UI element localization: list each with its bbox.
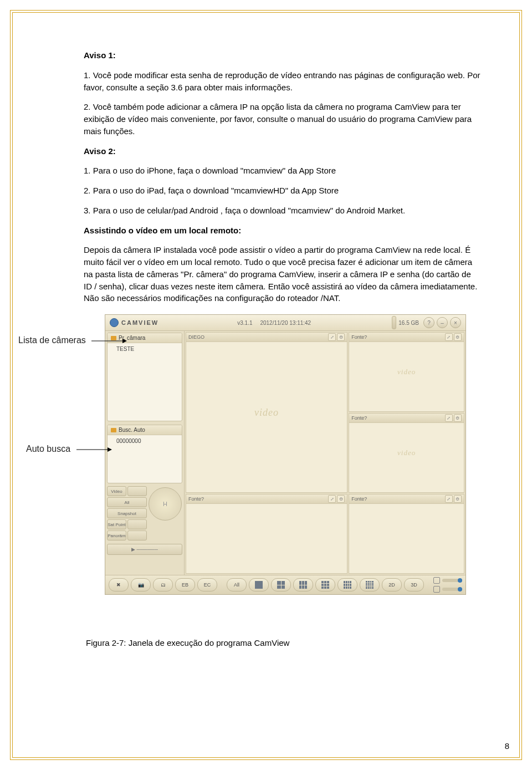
- app-brand: CAMVIEW: [121, 319, 158, 326]
- svg-marker-3: [108, 447, 112, 452]
- video-grid: DIEGO ⤢⚙ video Fonte? ⤢⚙ video: [185, 331, 466, 575]
- tile-settings-icon[interactable]: ⚙: [454, 495, 462, 503]
- eb-button[interactable]: EB: [175, 578, 195, 591]
- figure-wrap: Lista de câmeras Auto busca CAMVIEW: [60, 314, 480, 647]
- app-datetime: 2012/11/20 13:11:42: [260, 320, 311, 326]
- page-number: 8: [505, 741, 509, 751]
- arrow-icon: [76, 447, 112, 452]
- camera-tree-item[interactable]: TESTE: [116, 345, 178, 353]
- video-tile[interactable]: Fonte? ⤢⚙ video: [349, 332, 464, 412]
- tile-expand-icon[interactable]: ⤢: [328, 333, 336, 341]
- logo-icon: [110, 318, 119, 327]
- playbar[interactable]: ▶ ──────: [107, 544, 182, 555]
- tile-expand-icon[interactable]: ⤢: [445, 495, 453, 503]
- watermark: video: [254, 407, 279, 419]
- view-2d-button[interactable]: 2D: [382, 578, 402, 591]
- help-button[interactable]: ?: [423, 317, 434, 328]
- cameras-panel: Pr. câmara TESTE: [107, 333, 182, 421]
- tile-title: Fonte?: [188, 496, 204, 502]
- arrow-icon: [91, 338, 127, 344]
- folder-icon: [111, 428, 116, 432]
- sidebar: Pr. câmara TESTE Busc. Auto: [105, 331, 185, 575]
- dpad-control[interactable]: [149, 487, 182, 521]
- tile-expand-icon[interactable]: ⤢: [445, 414, 453, 422]
- search-tree-item[interactable]: 00000000: [116, 437, 178, 445]
- aviso1-heading: Aviso 1:: [84, 49, 480, 62]
- tile-expand-icon[interactable]: ⤢: [328, 495, 336, 503]
- autosearch-panel-header[interactable]: Busc. Auto: [108, 425, 182, 435]
- layout-all-button[interactable]: All: [227, 578, 247, 591]
- aviso2-item1: 1. Para o uso do iPhone, faça o download…: [84, 165, 480, 177]
- mini-btn[interactable]: [127, 531, 147, 540]
- video-tile[interactable]: Fonte? ⤢⚙: [186, 494, 347, 574]
- app-version: v3.1.1: [237, 320, 252, 326]
- all-button[interactable]: All: [107, 497, 147, 507]
- tile-expand-icon[interactable]: ⤢: [445, 333, 453, 341]
- tile-settings-icon[interactable]: ⚙: [337, 495, 345, 503]
- aviso2-heading: Aviso 2:: [84, 145, 480, 157]
- video-tile[interactable]: Fonte? ⤢⚙ video: [349, 413, 464, 493]
- satpoint-button[interactable]: Sat Point: [107, 519, 126, 529]
- tool-button[interactable]: 📷: [131, 578, 151, 591]
- close-button[interactable]: ×: [450, 317, 461, 328]
- snapshot-button[interactable]: Snapshot: [107, 508, 147, 518]
- tile-settings-icon[interactable]: ⚙: [337, 333, 345, 341]
- aviso1-item2: 2. Você também pode adicionar a câmera I…: [84, 101, 480, 137]
- figure-caption: Figura 2-7: Janela de execução do progra…: [86, 638, 480, 647]
- document-body: Aviso 1: 1. Você pode modificar esta sen…: [60, 49, 480, 304]
- ptz-controls: Video All Snapshot Sat Point Panorâm: [107, 486, 182, 542]
- layout-16-button[interactable]: [360, 578, 380, 591]
- minimize-button[interactable]: –: [437, 317, 448, 328]
- volume-slider[interactable]: [442, 579, 462, 582]
- annotation-search: Auto busca: [26, 444, 112, 454]
- svg-marker-1: [122, 339, 127, 343]
- aviso2-item2: 2. Para o uso do iPad, faça o download "…: [84, 185, 480, 197]
- camview-window: CAMVIEW v3.1.1 2012/11/20 13:11:42 16.5 …: [105, 314, 466, 595]
- remote-body: Depois da câmera IP instalada você pode …: [84, 244, 480, 304]
- mic-icon: [433, 586, 440, 593]
- footer-toolbar: ✖ 📷 🗂 EB EC All 2D 3D: [105, 575, 466, 594]
- speaker-icon: [433, 577, 440, 584]
- titlebar-meta: v3.1.1 2012/11/20 13:11:42: [158, 320, 390, 326]
- mini-btn[interactable]: [127, 519, 147, 529]
- watermark: video: [397, 368, 416, 376]
- ec-button[interactable]: EC: [197, 578, 217, 591]
- pan-button[interactable]: Panorâm: [107, 531, 126, 540]
- annotation-cameras: Lista de câmeras: [18, 335, 127, 345]
- aviso1-item1: 1. Você pode modificar esta senha de rep…: [84, 69, 480, 94]
- autosearch-panel: Busc. Auto 00000000: [107, 425, 182, 483]
- mini-btn[interactable]: [127, 486, 147, 496]
- tile-title: DIEGO: [188, 334, 204, 340]
- layout-1-button[interactable]: [249, 578, 269, 591]
- layout-6-button[interactable]: [293, 578, 313, 591]
- titlebar: CAMVIEW v3.1.1 2012/11/20 13:11:42 16.5 …: [105, 315, 466, 331]
- video-tile[interactable]: Fonte? ⤢⚙: [349, 494, 464, 574]
- watermark: video: [397, 448, 416, 457]
- aviso2-item3: 3. Para o uso de celular/pad Android , f…: [84, 205, 480, 217]
- mic-slider[interactable]: [442, 588, 462, 591]
- layout-4-button[interactable]: [271, 578, 291, 591]
- tile-title: Fonte?: [351, 334, 367, 340]
- remote-heading: Assistindo o vídeo em um local remoto:: [84, 225, 480, 237]
- layout-12-button[interactable]: [337, 578, 357, 591]
- tile-title: Fonte?: [351, 496, 367, 502]
- annotation-search-text: Auto busca: [26, 444, 70, 453]
- tile-settings-icon[interactable]: ⚙: [454, 414, 462, 422]
- view-3d-button[interactable]: 3D: [404, 578, 424, 591]
- autosearch-panel-title: Busc. Auto: [119, 427, 145, 433]
- settings-button[interactable]: ✖: [109, 578, 129, 591]
- video-button[interactable]: Video: [107, 486, 126, 496]
- tool-button[interactable]: 🗂: [153, 578, 173, 591]
- tile-settings-icon[interactable]: ⚙: [454, 333, 462, 341]
- layout-9-button[interactable]: [315, 578, 335, 591]
- storage-text: 16.5 GB: [398, 320, 419, 326]
- annotation-cameras-text: Lista de câmeras: [18, 335, 86, 345]
- video-tile-main[interactable]: DIEGO ⤢⚙ video: [186, 332, 347, 493]
- divider-icon: [392, 316, 396, 329]
- tile-title: Fonte?: [351, 415, 367, 421]
